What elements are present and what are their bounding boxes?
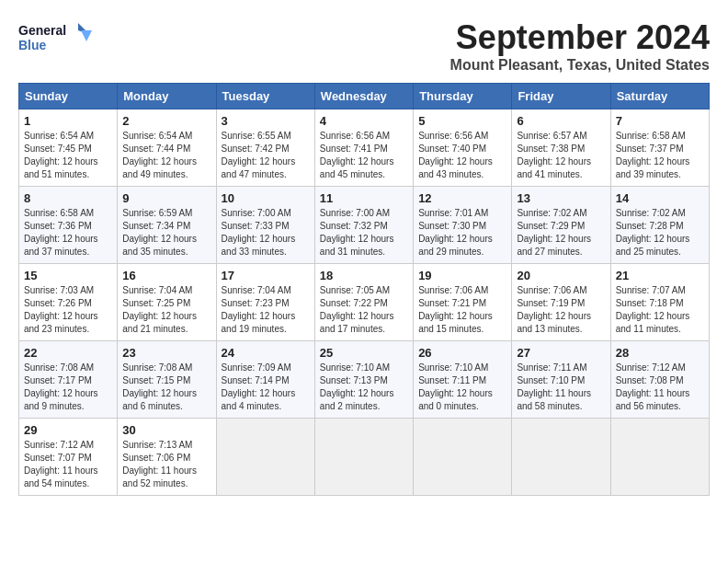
svg-text:Blue: Blue — [18, 38, 47, 52]
table-row — [610, 419, 709, 496]
table-row: 13Sunrise: 7:02 AM Sunset: 7:29 PM Dayli… — [512, 187, 610, 264]
day-info: Sunrise: 6:56 AM Sunset: 7:41 PM Dayligh… — [320, 130, 408, 181]
table-row: 12Sunrise: 7:01 AM Sunset: 7:30 PM Dayli… — [414, 187, 512, 264]
header-wednesday: Wednesday — [314, 84, 413, 109]
logo: General Blue — [18, 18, 92, 60]
day-number: 25 — [320, 346, 408, 360]
day-number: 16 — [122, 269, 210, 282]
day-number: 1 — [24, 114, 112, 128]
table-row: 16Sunrise: 7:04 AM Sunset: 7:25 PM Dayli… — [118, 264, 216, 341]
day-number: 18 — [320, 269, 408, 282]
day-info: Sunrise: 6:59 AM Sunset: 7:34 PM Dayligh… — [122, 207, 210, 259]
day-info: Sunrise: 7:02 AM Sunset: 7:28 PM Dayligh… — [616, 207, 704, 259]
table-row: 20Sunrise: 7:06 AM Sunset: 7:19 PM Dayli… — [512, 264, 610, 341]
page-header: General Blue September 2024 Mount Pleasa… — [18, 18, 710, 74]
day-info: Sunrise: 7:07 AM Sunset: 7:18 PM Dayligh… — [616, 284, 704, 336]
day-info: Sunrise: 7:08 AM Sunset: 7:17 PM Dayligh… — [24, 362, 112, 413]
day-number: 12 — [418, 191, 506, 205]
day-number: 17 — [222, 269, 310, 282]
day-info: Sunrise: 7:13 AM Sunset: 7:06 PM Dayligh… — [122, 439, 210, 490]
table-row: 7Sunrise: 6:58 AM Sunset: 7:37 PM Daylig… — [610, 109, 709, 187]
day-number: 3 — [222, 114, 310, 128]
table-row: 6Sunrise: 6:57 AM Sunset: 7:38 PM Daylig… — [512, 109, 610, 187]
day-number: 15 — [24, 269, 112, 282]
days-header-row: Sunday Monday Tuesday Wednesday Thursday… — [19, 84, 710, 109]
day-number: 2 — [122, 114, 210, 128]
calendar-week-3: 15Sunrise: 7:03 AM Sunset: 7:26 PM Dayli… — [19, 264, 710, 341]
table-row — [512, 419, 610, 496]
table-row: 9Sunrise: 6:59 AM Sunset: 7:34 PM Daylig… — [118, 187, 216, 264]
header-saturday: Saturday — [610, 84, 709, 109]
table-row: 5Sunrise: 6:56 AM Sunset: 7:40 PM Daylig… — [414, 109, 512, 187]
day-info: Sunrise: 6:55 AM Sunset: 7:42 PM Dayligh… — [222, 130, 310, 181]
day-info: Sunrise: 7:01 AM Sunset: 7:30 PM Dayligh… — [418, 207, 506, 259]
day-info: Sunrise: 7:08 AM Sunset: 7:15 PM Dayligh… — [122, 362, 210, 413]
table-row: 8Sunrise: 6:58 AM Sunset: 7:36 PM Daylig… — [19, 187, 118, 264]
calendar-week-5: 29Sunrise: 7:12 AM Sunset: 7:07 PM Dayli… — [19, 419, 710, 496]
table-row: 21Sunrise: 7:07 AM Sunset: 7:18 PM Dayli… — [610, 264, 709, 341]
day-number: 30 — [122, 423, 210, 437]
day-number: 21 — [616, 269, 704, 282]
day-info: Sunrise: 7:10 AM Sunset: 7:11 PM Dayligh… — [418, 362, 506, 413]
table-row: 4Sunrise: 6:56 AM Sunset: 7:41 PM Daylig… — [314, 109, 413, 187]
day-info: Sunrise: 7:12 AM Sunset: 7:07 PM Dayligh… — [24, 439, 112, 490]
day-number: 24 — [222, 346, 310, 360]
table-row: 10Sunrise: 7:00 AM Sunset: 7:33 PM Dayli… — [216, 187, 314, 264]
day-number: 29 — [24, 423, 112, 437]
day-number: 20 — [517, 269, 605, 282]
table-row: 17Sunrise: 7:04 AM Sunset: 7:23 PM Dayli… — [216, 264, 314, 341]
day-info: Sunrise: 7:04 AM Sunset: 7:25 PM Dayligh… — [122, 284, 210, 336]
table-row: 15Sunrise: 7:03 AM Sunset: 7:26 PM Dayli… — [19, 264, 118, 341]
location-title: Mount Pleasant, Texas, United States — [450, 57, 710, 74]
day-number: 28 — [616, 346, 704, 360]
day-info: Sunrise: 6:58 AM Sunset: 7:36 PM Dayligh… — [24, 207, 112, 259]
day-info: Sunrise: 6:56 AM Sunset: 7:40 PM Dayligh… — [418, 130, 506, 181]
day-number: 10 — [222, 191, 310, 205]
day-info: Sunrise: 7:03 AM Sunset: 7:26 PM Dayligh… — [24, 284, 112, 336]
day-info: Sunrise: 7:06 AM Sunset: 7:21 PM Dayligh… — [418, 284, 506, 336]
day-info: Sunrise: 7:12 AM Sunset: 7:08 PM Dayligh… — [616, 362, 704, 413]
day-number: 6 — [517, 114, 605, 128]
calendar-table: Sunday Monday Tuesday Wednesday Thursday… — [18, 83, 710, 496]
day-number: 13 — [517, 191, 605, 205]
month-title: September 2024 — [450, 18, 710, 57]
table-row: 1Sunrise: 6:54 AM Sunset: 7:45 PM Daylig… — [19, 109, 118, 187]
header-monday: Monday — [118, 84, 216, 109]
calendar-week-4: 22Sunrise: 7:08 AM Sunset: 7:17 PM Dayli… — [19, 341, 710, 419]
header-thursday: Thursday — [414, 84, 512, 109]
day-info: Sunrise: 7:04 AM Sunset: 7:23 PM Dayligh… — [222, 284, 310, 336]
day-number: 19 — [418, 269, 506, 282]
logo-svg: General Blue — [18, 18, 92, 60]
table-row: 28Sunrise: 7:12 AM Sunset: 7:08 PM Dayli… — [610, 341, 709, 419]
day-info: Sunrise: 7:06 AM Sunset: 7:19 PM Dayligh… — [517, 284, 605, 336]
day-info: Sunrise: 7:00 AM Sunset: 7:32 PM Dayligh… — [320, 207, 408, 259]
table-row: 24Sunrise: 7:09 AM Sunset: 7:14 PM Dayli… — [216, 341, 314, 419]
day-number: 11 — [320, 191, 408, 205]
table-row: 29Sunrise: 7:12 AM Sunset: 7:07 PM Dayli… — [19, 419, 118, 496]
table-row: 23Sunrise: 7:08 AM Sunset: 7:15 PM Dayli… — [118, 341, 216, 419]
header-tuesday: Tuesday — [216, 84, 314, 109]
table-row: 3Sunrise: 6:55 AM Sunset: 7:42 PM Daylig… — [216, 109, 314, 187]
calendar-week-1: 1Sunrise: 6:54 AM Sunset: 7:45 PM Daylig… — [19, 109, 710, 187]
table-row: 30Sunrise: 7:13 AM Sunset: 7:06 PM Dayli… — [118, 419, 216, 496]
day-info: Sunrise: 7:09 AM Sunset: 7:14 PM Dayligh… — [222, 362, 310, 413]
day-number: 4 — [320, 114, 408, 128]
table-row: 11Sunrise: 7:00 AM Sunset: 7:32 PM Dayli… — [314, 187, 413, 264]
day-number: 8 — [24, 191, 112, 205]
day-number: 7 — [616, 114, 704, 128]
day-info: Sunrise: 6:57 AM Sunset: 7:38 PM Dayligh… — [517, 130, 605, 181]
day-info: Sunrise: 7:02 AM Sunset: 7:29 PM Dayligh… — [517, 207, 605, 259]
day-number: 14 — [616, 191, 704, 205]
table-row: 19Sunrise: 7:06 AM Sunset: 7:21 PM Dayli… — [414, 264, 512, 341]
table-row — [216, 419, 314, 496]
table-row: 27Sunrise: 7:11 AM Sunset: 7:10 PM Dayli… — [512, 341, 610, 419]
table-row: 18Sunrise: 7:05 AM Sunset: 7:22 PM Dayli… — [314, 264, 413, 341]
day-info: Sunrise: 7:05 AM Sunset: 7:22 PM Dayligh… — [320, 284, 408, 336]
table-row — [414, 419, 512, 496]
table-row: 14Sunrise: 7:02 AM Sunset: 7:28 PM Dayli… — [610, 187, 709, 264]
day-info: Sunrise: 6:54 AM Sunset: 7:44 PM Dayligh… — [122, 130, 210, 181]
table-row — [314, 419, 413, 496]
title-section: September 2024 Mount Pleasant, Texas, Un… — [450, 18, 710, 74]
table-row: 26Sunrise: 7:10 AM Sunset: 7:11 PM Dayli… — [414, 341, 512, 419]
header-friday: Friday — [512, 84, 610, 109]
